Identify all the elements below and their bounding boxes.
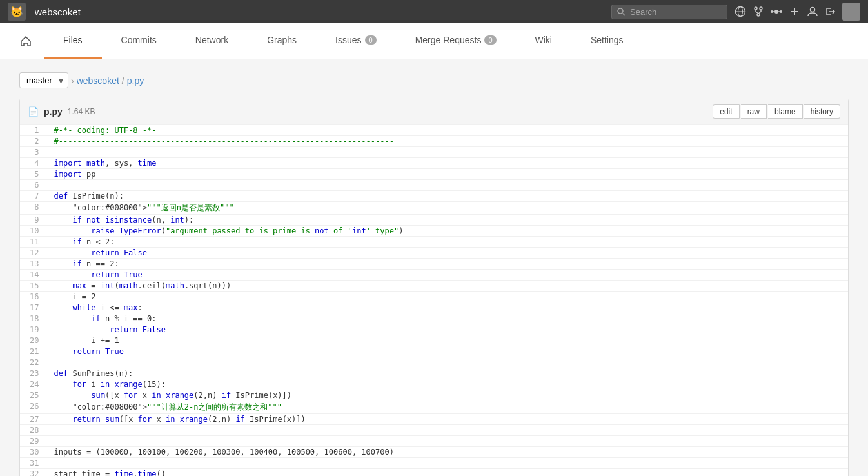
merge-requests-badge: 0 [484,35,496,45]
avatar[interactable] [842,3,860,21]
history-button[interactable]: history [804,104,840,119]
tab-commits[interactable]: Commits [102,23,176,59]
file-size: 1.64 KB [68,107,95,116]
table-row: 11 if n < 2: [20,237,848,248]
table-row: 3 [20,147,848,158]
table-row: 21 return True [20,346,848,357]
table-row: 29 [20,436,848,447]
table-row: 22 [20,357,848,368]
tab-wiki[interactable]: Wiki [516,23,571,59]
tab-files-label: Files [63,35,83,45]
line-number: 8 [20,202,46,215]
line-code: raise TypeError("argument passed to is_p… [46,226,848,237]
network-icon[interactable] [770,5,783,18]
tab-network-label: Network [195,35,228,45]
tab-graphs-label: Graphs [267,35,297,45]
line-code: i += 1 [46,335,848,346]
line-code: return True [46,270,848,281]
table-row: 27 return sum([x for x in xrange(2,n) if… [20,414,848,425]
table-row: 23def SumPrimes(n): [20,368,848,379]
line-code: return sum([x for x in xrange(2,n) if Is… [46,414,848,425]
tab-merge-requests-label: Merge Requests [415,35,482,45]
branch-select[interactable]: master [19,72,68,88]
file-info: 📄 p.py 1.64 KB [28,106,95,117]
globe-icon[interactable] [734,5,747,18]
line-number: 5 [20,169,46,180]
line-number: 1 [20,125,46,136]
repo-title[interactable]: webscoket [35,6,605,17]
line-number: 30 [20,447,46,458]
table-row: 30inputs = (100000, 100100, 100200, 1003… [20,447,848,458]
branch-selector[interactable]: master [19,72,68,88]
line-number: 11 [20,237,46,248]
line-number: 6 [20,180,46,191]
line-code: i = 2 [46,292,848,302]
svg-point-8 [760,7,762,10]
table-row: 2#--------------------------------------… [20,136,848,147]
plus-icon[interactable] [788,5,801,18]
line-code: import math, sys, time [46,158,848,169]
svg-line-13 [758,12,761,14]
breadcrumb-repo[interactable]: webscoket [77,75,119,86]
line-code: "color:#008000">"""计算从2-n之间的所有素数之和""" [46,401,848,414]
nav-home[interactable] [13,23,39,59]
line-code: sum([x for x in xrange(2,n) if IsPrime(x… [46,390,848,401]
line-code: #-*- coding: UTF-8 -*- [46,125,848,136]
logo[interactable]: 🐱 [8,3,26,21]
line-number: 29 [20,436,46,447]
line-number: 26 [20,401,46,414]
header-icons [734,3,860,21]
line-number: 20 [20,335,46,346]
tab-issues[interactable]: Issues 0 [316,23,396,59]
svg-point-21 [811,8,815,12]
line-code: import pp [46,169,848,180]
table-row: 4import math, sys, time [20,158,848,169]
line-code: #---------------------------------------… [46,136,848,147]
table-row: 26 "color:#008000">"""计算从2-n之间的所有素数之和""" [20,401,848,414]
tab-network[interactable]: Network [176,23,248,59]
line-number: 3 [20,147,46,158]
line-code [46,357,848,368]
line-code [46,180,848,191]
table-row: 9 if not isinstance(n, int): [20,215,848,226]
line-number: 24 [20,379,46,390]
line-code: def SumPrimes(n): [46,368,848,379]
tab-merge-requests[interactable]: Merge Requests 0 [396,23,516,59]
edit-button[interactable]: edit [713,104,739,119]
signout-icon[interactable] [824,5,837,18]
file-actions: edit raw blame history [713,104,840,119]
tab-graphs[interactable]: Graphs [248,23,316,59]
table-row: 19 return False [20,324,848,335]
user-profile-icon[interactable] [806,5,819,18]
raw-button[interactable]: raw [741,104,767,119]
line-code: max = int(math.ceil(math.sqrt(n))) [46,281,848,292]
table-row: 20 i += 1 [20,335,848,346]
breadcrumb-file[interactable]: p.py [127,75,144,86]
fork-icon[interactable] [752,5,765,18]
table-row: 1#-*- coding: UTF-8 -*- [20,125,848,136]
tab-issues-label: Issues [335,35,361,45]
line-number: 32 [20,469,46,477]
line-code: return True [46,346,848,357]
line-code: "color:#008000">"""返回n是否是素数""" [46,202,848,215]
svg-point-15 [771,10,773,13]
line-code: return False [46,248,848,259]
tab-settings[interactable]: Settings [571,23,643,59]
table-row: 6 [20,180,848,191]
table-row: 14 return True [20,270,848,281]
line-number: 12 [20,248,46,259]
file-icon: 📄 [28,106,39,117]
line-number: 19 [20,324,46,335]
breadcrumb-sep: / [122,75,124,86]
tab-files[interactable]: Files [44,23,102,59]
table-row: 13 if n == 2: [20,259,848,270]
line-code [46,147,848,158]
file-name: p.py [44,106,63,117]
line-number: 9 [20,215,46,226]
line-number: 10 [20,226,46,237]
blame-button[interactable]: blame [768,104,803,119]
line-number: 7 [20,191,46,202]
code-area: 1#-*- coding: UTF-8 -*-2#---------------… [20,124,848,476]
search-input[interactable] [611,5,727,19]
table-row: 31 [20,458,848,469]
